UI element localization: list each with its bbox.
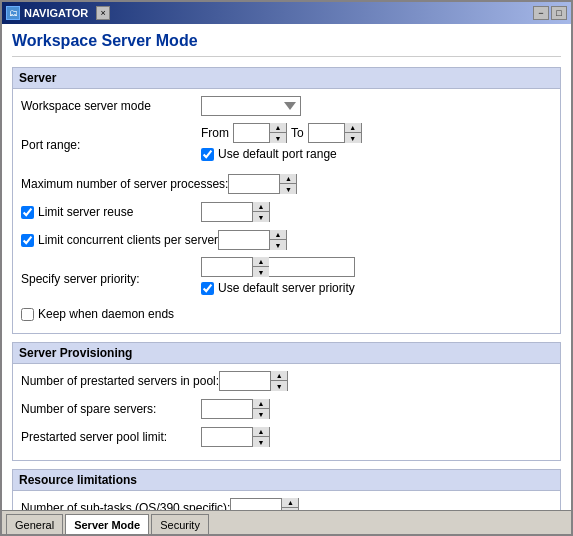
use-default-priority-row: Use default server priority	[201, 281, 355, 295]
prestarted-label: Number of prestarted servers in pool:	[21, 374, 219, 388]
provisioning-section-header: Server Provisioning	[13, 343, 560, 364]
server-section: Server Workspace server mode Port range:…	[12, 67, 561, 334]
limit-concurrent-check-group: Limit concurrent clients per server	[21, 233, 218, 247]
max-server-processes-up[interactable]: ▲	[280, 174, 296, 184]
pool-limit-row: Prestarted server pool limit: 0 ▲ ▼	[21, 426, 552, 448]
port-range-row: Port range: From 0 ▲ ▼ To	[21, 123, 552, 167]
resource-section-content: Number of sub-tasks (OS/390 specific): 0…	[13, 491, 560, 510]
port-from-input[interactable]: 0	[234, 124, 269, 142]
tab-bar: General Server Mode Security	[2, 510, 571, 534]
title-bar-controls: − □	[533, 6, 567, 20]
prestarted-row: Number of prestarted servers in pool: 0 …	[21, 370, 552, 392]
max-server-processes-row: Maximum number of server processes: 0 ▲ …	[21, 173, 552, 195]
port-to-input[interactable]: 0	[309, 124, 344, 142]
spare-servers-down[interactable]: ▼	[253, 409, 269, 419]
max-server-processes-label: Maximum number of server processes:	[21, 177, 228, 191]
limit-server-reuse-checkbox[interactable]	[21, 206, 34, 219]
limit-concurrent-spinbox: 0 ▲ ▼	[218, 230, 287, 250]
use-default-priority-checkbox[interactable]	[201, 282, 214, 295]
tab-general-label: General	[15, 519, 54, 531]
port-from-up[interactable]: ▲	[270, 123, 286, 133]
workspace-server-mode-row: Workspace server mode	[21, 95, 552, 117]
spare-servers-row: Number of spare servers: 0 ▲ ▼	[21, 398, 552, 420]
prestarted-up[interactable]: ▲	[271, 371, 287, 381]
tab-general[interactable]: General	[6, 514, 63, 534]
tab-server-mode-label: Server Mode	[74, 519, 140, 531]
pool-limit-input[interactable]: 0	[202, 428, 252, 446]
port-fields: From 0 ▲ ▼ To 0	[201, 123, 362, 167]
close-button[interactable]: ×	[96, 6, 110, 20]
page-title: Workspace Server Mode	[12, 32, 561, 57]
port-inline: From 0 ▲ ▼ To 0	[201, 123, 362, 143]
max-server-processes-spinbox: 0 ▲ ▼	[228, 174, 297, 194]
workspace-server-mode-dropdown[interactable]	[201, 96, 301, 116]
pool-limit-buttons: ▲ ▼	[252, 427, 269, 447]
port-from-buttons: ▲ ▼	[269, 123, 286, 143]
port-to-up[interactable]: ▲	[345, 123, 361, 133]
keep-when-daemon-label: Keep when daemon ends	[38, 307, 174, 321]
limit-server-reuse-input[interactable]: 50	[202, 203, 252, 221]
server-section-content: Workspace server mode Port range: From 0…	[13, 89, 560, 333]
max-server-processes-down[interactable]: ▼	[280, 184, 296, 194]
use-default-port-range-label: Use default port range	[218, 147, 337, 161]
spare-servers-input[interactable]: 0	[202, 400, 252, 418]
limit-server-reuse-down[interactable]: ▼	[253, 212, 269, 222]
limit-concurrent-checkbox[interactable]	[21, 234, 34, 247]
max-server-processes-buttons: ▲ ▼	[279, 174, 296, 194]
limit-concurrent-down[interactable]: ▼	[270, 240, 286, 250]
specify-priority-up[interactable]: ▲	[253, 257, 269, 267]
limit-server-reuse-up[interactable]: ▲	[253, 202, 269, 212]
pool-limit-spinbox: 0 ▲ ▼	[201, 427, 270, 447]
specify-priority-down[interactable]: ▼	[253, 267, 269, 277]
keep-when-daemon-checkbox[interactable]	[21, 308, 34, 321]
use-default-port-range-row: Use default port range	[201, 147, 362, 161]
limit-concurrent-up[interactable]: ▲	[270, 230, 286, 240]
subtasks-row: Number of sub-tasks (OS/390 specific): 0…	[21, 497, 552, 510]
tab-security[interactable]: Security	[151, 514, 209, 534]
from-label: From	[201, 126, 229, 140]
priority-group: 0 ▲ ▼ Use default server priority	[201, 257, 355, 301]
resource-section-header: Resource limitations	[13, 470, 560, 491]
resource-section: Resource limitations Number of sub-tasks…	[12, 469, 561, 510]
specify-priority-buttons: ▲ ▼	[252, 257, 269, 277]
spare-servers-label: Number of spare servers:	[21, 402, 201, 416]
maximize-button[interactable]: □	[551, 6, 567, 20]
spare-servers-buttons: ▲ ▼	[252, 399, 269, 419]
main-window: 🗂 NAVIGATOR × − □ Workspace Server Mode …	[0, 0, 573, 536]
minimize-button[interactable]: −	[533, 6, 549, 20]
limit-server-reuse-label: Limit server reuse	[38, 205, 133, 219]
keep-when-daemon-row: Keep when daemon ends	[21, 307, 552, 321]
port-range-label: Port range:	[21, 138, 201, 152]
title-bar-text: NAVIGATOR	[24, 7, 88, 19]
to-label: To	[291, 126, 304, 140]
window-icon: 🗂	[6, 6, 20, 20]
subtasks-label: Number of sub-tasks (OS/390 specific):	[21, 501, 230, 510]
title-bar: 🗂 NAVIGATOR × − □	[2, 2, 571, 24]
port-from-spinbox: 0 ▲ ▼	[233, 123, 287, 143]
limit-server-reuse-buttons: ▲ ▼	[252, 202, 269, 222]
limit-server-reuse-check-group: Limit server reuse	[21, 205, 201, 219]
use-default-port-range-checkbox[interactable]	[201, 148, 214, 161]
subtasks-input[interactable]: 0	[231, 499, 281, 510]
prestarted-buttons: ▲ ▼	[270, 371, 287, 391]
specify-priority-row: Specify server priority: 0 ▲ ▼ Use defau…	[21, 257, 552, 301]
pool-limit-up[interactable]: ▲	[253, 427, 269, 437]
pool-limit-down[interactable]: ▼	[253, 437, 269, 447]
port-from-down[interactable]: ▼	[270, 133, 286, 143]
max-server-processes-input[interactable]: 0	[229, 175, 279, 193]
limit-concurrent-input[interactable]: 0	[219, 231, 269, 249]
provisioning-section-content: Number of prestarted servers in pool: 0 …	[13, 364, 560, 460]
limit-concurrent-label: Limit concurrent clients per server	[38, 233, 218, 247]
prestarted-down[interactable]: ▼	[271, 381, 287, 391]
port-to-down[interactable]: ▼	[345, 133, 361, 143]
port-to-spinbox: 0 ▲ ▼	[308, 123, 362, 143]
specify-priority-input[interactable]: 0	[202, 258, 252, 276]
subtasks-spinbox: 0 ▲ ▼	[230, 498, 299, 510]
port-to-buttons: ▲ ▼	[344, 123, 361, 143]
prestarted-spinbox: 0 ▲ ▼	[219, 371, 288, 391]
use-default-priority-label: Use default server priority	[218, 281, 355, 295]
tab-server-mode[interactable]: Server Mode	[65, 514, 149, 534]
spare-servers-up[interactable]: ▲	[253, 399, 269, 409]
subtasks-up[interactable]: ▲	[282, 498, 298, 508]
prestarted-input[interactable]: 0	[220, 372, 270, 390]
